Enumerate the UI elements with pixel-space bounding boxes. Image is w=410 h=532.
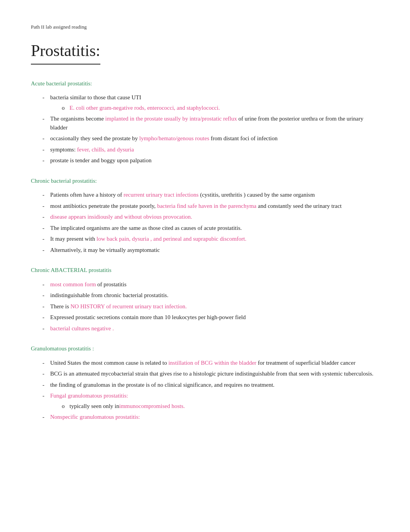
list-item: the finding of granulomas in the prostat… (42, 381, 379, 389)
page-subtitle: Path II lab assigned reading (31, 23, 379, 31)
list-item: disease appears insidiously and without … (42, 212, 379, 221)
heading-granulomatous: Granulomatous prostatitis : (31, 344, 379, 353)
list-item: bacteria similar to those that cause UTI… (42, 93, 379, 112)
list-item: bacterial cultures negative . (42, 324, 379, 333)
section-chronic-abacterial: Chronic ABACTERIAL prostatitismost commo… (31, 266, 379, 333)
list-item: indistinguishable from chronic bacterial… (42, 291, 379, 300)
list-item: Alternatively, it may be virtually asymp… (42, 246, 379, 255)
list-item: Nonspecific granulomatous prostatitis: (42, 413, 379, 422)
list-item: It may present with low back pain, dysur… (42, 235, 379, 243)
list-item: prostate is tender and boggy upon palpat… (42, 156, 379, 165)
list-item: United States the most common cause is r… (42, 359, 379, 367)
section-acute-bacterial: Acute bacterial prostatitis:bacteria sim… (31, 79, 379, 165)
list-item: Fungal granulomatous prostatitis:typical… (42, 391, 379, 410)
list-item: Expressed prostatic secretions contain m… (42, 313, 379, 322)
sub-list-item: typically seen only inimmunocompromised … (62, 402, 379, 411)
content-area: Acute bacterial prostatitis:bacteria sim… (31, 79, 379, 422)
list-item: Patients often have a history of recurre… (42, 190, 379, 199)
section-granulomatous: Granulomatous prostatitis :United States… (31, 344, 379, 422)
heading-chronic-abacterial: Chronic ABACTERIAL prostatitis (31, 266, 379, 275)
list-item: There is NO HISTORY of recurrent urinary… (42, 302, 379, 311)
sub-list-item: E. coli other gram-negative rods, entero… (62, 104, 379, 112)
list-item: occasionally they seed the prostate by l… (42, 134, 379, 143)
section-chronic-bacterial: Chronic bacterial prostatitis:Patients o… (31, 177, 379, 255)
list-item: The implicated organisms are the same as… (42, 224, 379, 233)
list-item: symptoms: fever, chills, and dysuria (42, 145, 379, 154)
list-item: most common form of prostatitis (42, 280, 379, 289)
list-item: The organisms become implanted in the pr… (42, 114, 379, 132)
list-item: most antibiotics penetrate the prostate … (42, 202, 379, 211)
list-item: BCG is an attenuated mycobacterial strai… (42, 369, 379, 378)
page-title: Prostatitis: (31, 39, 100, 65)
heading-acute-bacterial: Acute bacterial prostatitis: (31, 79, 379, 88)
heading-chronic-bacterial: Chronic bacterial prostatitis: (31, 177, 379, 185)
